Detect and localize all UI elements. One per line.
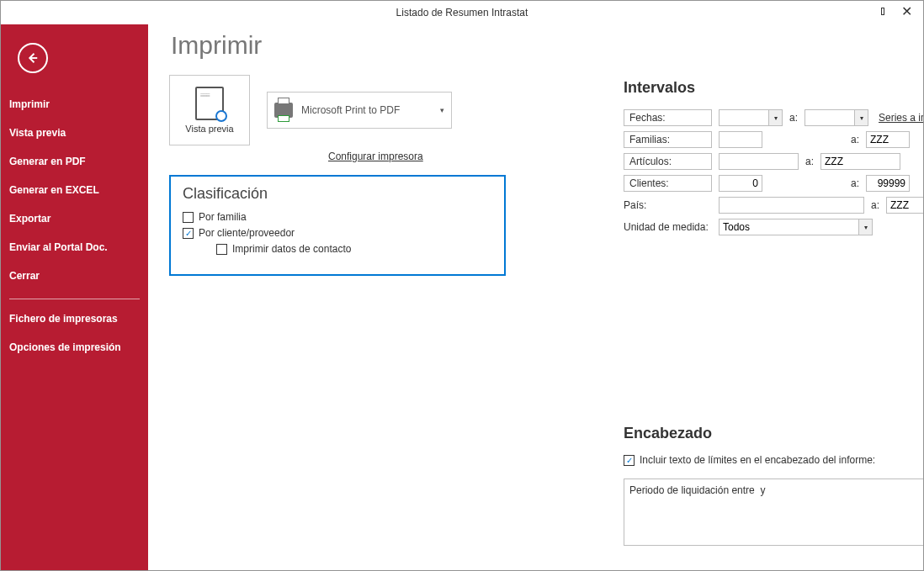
- label-include-limits: Incluir texto de límites en el encabezad…: [640, 454, 875, 466]
- to-label-articles: a:: [805, 156, 814, 167]
- header-textarea[interactable]: [624, 478, 924, 546]
- maximize-icon: [881, 8, 884, 15]
- label-articles: Artículos:: [624, 153, 712, 170]
- label-by-client: Por cliente/proveedor: [199, 227, 295, 239]
- label-families: Familias:: [624, 131, 712, 148]
- classification-panel: Clasificación Por familia ✓ Por cliente/…: [169, 175, 506, 276]
- sidebar-item-fichero-impresoras[interactable]: Fichero de impresoras: [1, 304, 148, 333]
- configure-printer-link[interactable]: Configurar impresora: [328, 151, 423, 162]
- sidebar-item-generar-pdf[interactable]: Generar en PDF: [1, 147, 148, 176]
- page-title: Imprimir: [171, 31, 898, 60]
- input-date-to[interactable]: [805, 109, 855, 126]
- date-from-dropdown[interactable]: ▾: [769, 109, 783, 126]
- checkbox-by-family[interactable]: [183, 212, 194, 223]
- preview-button[interactable]: Vista previa: [169, 75, 250, 145]
- header-panel: Encabezado ✓ Incluir texto de límites en…: [624, 425, 924, 549]
- magnifier-icon: [215, 110, 227, 122]
- to-label-dates: a:: [789, 112, 798, 124]
- classification-title: Clasificación: [183, 185, 492, 203]
- preview-button-label: Vista previa: [185, 124, 233, 134]
- input-unit[interactable]: [719, 219, 859, 235]
- label-dates: Fechas:: [624, 109, 712, 126]
- sidebar: Imprimir Vista previa Generar en PDF Gen…: [1, 24, 148, 570]
- series-link[interactable]: Series a imprimir:: [879, 112, 924, 124]
- sidebar-item-enviar-portal[interactable]: Enviar al Portal Doc.: [1, 233, 148, 262]
- main-content: Imprimir Vista previa Microsoft Print to…: [148, 24, 923, 570]
- input-family-from[interactable]: [719, 131, 762, 148]
- close-button[interactable]: ✕: [895, 3, 918, 19]
- input-article-from[interactable]: [719, 153, 799, 170]
- input-client-from[interactable]: [719, 175, 762, 192]
- label-by-family: Por familia: [199, 211, 247, 223]
- to-label-clients: a:: [851, 177, 859, 189]
- to-label-country: a:: [871, 199, 879, 211]
- sidebar-separator: [9, 299, 140, 299]
- sidebar-item-exportar[interactable]: Exportar: [1, 204, 148, 233]
- input-family-to[interactable]: [866, 131, 910, 148]
- date-to-dropdown[interactable]: ▾: [855, 109, 868, 126]
- intervals-panel: Intervalos Fechas: ▾ a: ▾ Series a impri…: [624, 79, 924, 240]
- input-date-from[interactable]: [719, 109, 769, 126]
- printer-icon: [274, 103, 293, 118]
- printer-name: Microsoft Print to PDF: [301, 104, 432, 116]
- sidebar-item-generar-excel[interactable]: Generar en EXCEL: [1, 176, 148, 204]
- checkbox-include-limits[interactable]: ✓: [624, 455, 635, 466]
- chevron-down-icon: ▾: [440, 106, 444, 114]
- label-unit: Unidad de medida:: [624, 219, 719, 235]
- back-button[interactable]: [18, 43, 48, 73]
- input-client-to[interactable]: [866, 175, 910, 192]
- intervals-title: Intervalos: [624, 79, 924, 97]
- maximize-button[interactable]: [871, 3, 895, 19]
- checkbox-print-contact[interactable]: [216, 244, 227, 255]
- label-clients: Clientes:: [624, 175, 712, 192]
- label-country: País:: [624, 198, 719, 213]
- header-title: Encabezado: [624, 425, 924, 442]
- printer-select[interactable]: Microsoft Print to PDF ▾: [267, 92, 452, 129]
- sidebar-item-imprimir[interactable]: Imprimir: [1, 90, 148, 119]
- label-print-contact: Imprimir datos de contacto: [232, 243, 351, 255]
- input-article-to[interactable]: [820, 153, 900, 170]
- input-country-to[interactable]: [886, 197, 924, 214]
- sidebar-item-vista-previa[interactable]: Vista previa: [1, 119, 148, 147]
- document-preview-icon: [195, 87, 224, 120]
- window-title: Listado de Resumen Intrastat: [396, 7, 528, 19]
- input-country-from[interactable]: [719, 197, 864, 214]
- checkbox-by-client[interactable]: ✓: [183, 228, 194, 239]
- unit-dropdown[interactable]: ▾: [859, 219, 873, 235]
- sidebar-item-cerrar[interactable]: Cerrar: [1, 262, 148, 290]
- back-arrow-icon: [25, 50, 40, 66]
- to-label-families: a:: [851, 134, 859, 145]
- sidebar-item-opciones-impresion[interactable]: Opciones de impresión: [1, 333, 148, 362]
